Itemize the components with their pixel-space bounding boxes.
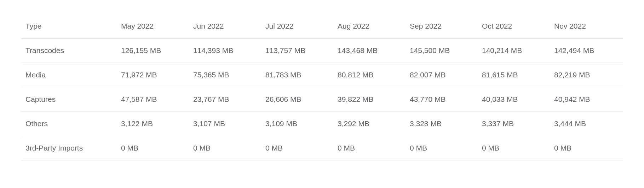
table-row: Transcodes 126,155 MB 114,393 MB 113,757…: [21, 39, 623, 63]
table-row: 3rd-Party Imports 0 MB 0 MB 0 MB 0 MB 0 …: [21, 136, 623, 160]
header-month: Jul 2022: [262, 14, 334, 39]
row-value: 26,606 MB: [262, 87, 334, 112]
row-value: 81,615 MB: [478, 63, 551, 87]
row-value: 145,500 MB: [406, 39, 478, 63]
row-value: 23,767 MB: [190, 87, 262, 112]
row-value: 140,214 MB: [478, 39, 551, 63]
row-type-label: Captures: [21, 87, 117, 112]
row-type-label: 3rd-Party Imports: [21, 136, 117, 160]
header-month: Sep 2022: [406, 14, 478, 39]
row-value: 82,007 MB: [406, 63, 478, 87]
row-value: 3,337 MB: [478, 112, 551, 136]
row-value: 0 MB: [478, 136, 551, 160]
row-value: 81,783 MB: [262, 63, 334, 87]
row-value: 0 MB: [117, 136, 190, 160]
row-value: 40,033 MB: [478, 87, 551, 112]
row-value: 126,155 MB: [117, 39, 190, 63]
row-value: 0 MB: [406, 136, 478, 160]
row-value: 80,812 MB: [334, 63, 406, 87]
row-value: 0 MB: [551, 136, 623, 160]
header-month: Nov 2022: [551, 14, 623, 39]
row-value: 3,328 MB: [406, 112, 478, 136]
row-type-label: Transcodes: [21, 39, 117, 63]
row-value: 3,292 MB: [334, 112, 406, 136]
storage-usage-table: Type May 2022 Jun 2022 Jul 2022 Aug 2022…: [21, 14, 623, 160]
row-value: 114,393 MB: [190, 39, 262, 63]
row-value: 113,757 MB: [262, 39, 334, 63]
header-month: Jun 2022: [190, 14, 262, 39]
table-row: Others 3,122 MB 3,107 MB 3,109 MB 3,292 …: [21, 112, 623, 136]
row-value: 0 MB: [262, 136, 334, 160]
row-value: 3,444 MB: [551, 112, 623, 136]
row-value: 142,494 MB: [551, 39, 623, 63]
row-value: 143,468 MB: [334, 39, 406, 63]
row-value: 3,107 MB: [190, 112, 262, 136]
row-value: 3,122 MB: [117, 112, 190, 136]
table-row: Captures 47,587 MB 23,767 MB 26,606 MB 3…: [21, 87, 623, 112]
row-type-label: Others: [21, 112, 117, 136]
row-value: 3,109 MB: [262, 112, 334, 136]
row-value: 0 MB: [334, 136, 406, 160]
row-value: 47,587 MB: [117, 87, 190, 112]
row-value: 82,219 MB: [551, 63, 623, 87]
header-month: Oct 2022: [478, 14, 551, 39]
row-type-label: Media: [21, 63, 117, 87]
row-value: 0 MB: [190, 136, 262, 160]
table-row: Media 71,972 MB 75,365 MB 81,783 MB 80,8…: [21, 63, 623, 87]
row-value: 75,365 MB: [190, 63, 262, 87]
row-value: 71,972 MB: [117, 63, 190, 87]
header-type: Type: [21, 14, 117, 39]
header-month: Aug 2022: [334, 14, 406, 39]
table-header-row: Type May 2022 Jun 2022 Jul 2022 Aug 2022…: [21, 14, 623, 39]
row-value: 39,822 MB: [334, 87, 406, 112]
row-value: 40,942 MB: [551, 87, 623, 112]
header-month: May 2022: [117, 14, 190, 39]
row-value: 43,770 MB: [406, 87, 478, 112]
